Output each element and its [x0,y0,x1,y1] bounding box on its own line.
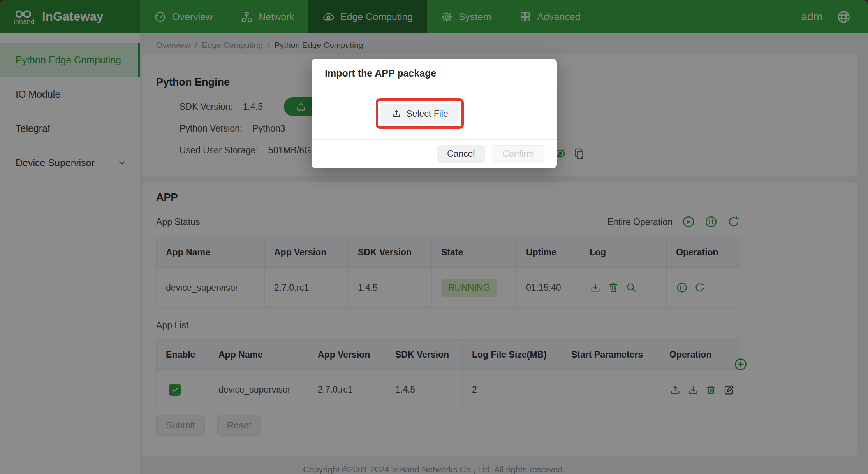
modal-footer: Cancel Confirm [312,139,557,168]
app-window: inhand InGateway Overview Network Edge C… [0,0,868,474]
modal-title: Import the APP package [312,59,557,88]
select-file-button[interactable]: Select File [381,104,458,124]
upload-icon [391,109,401,119]
highlight-annotation: Select File [376,98,464,129]
cancel-button[interactable]: Cancel [437,145,485,163]
select-file-label: Select File [406,109,448,119]
import-app-modal: Import the APP package Select File Cance… [312,59,557,168]
modal-body: Select File [312,88,557,139]
confirm-button[interactable]: Confirm [492,145,544,163]
